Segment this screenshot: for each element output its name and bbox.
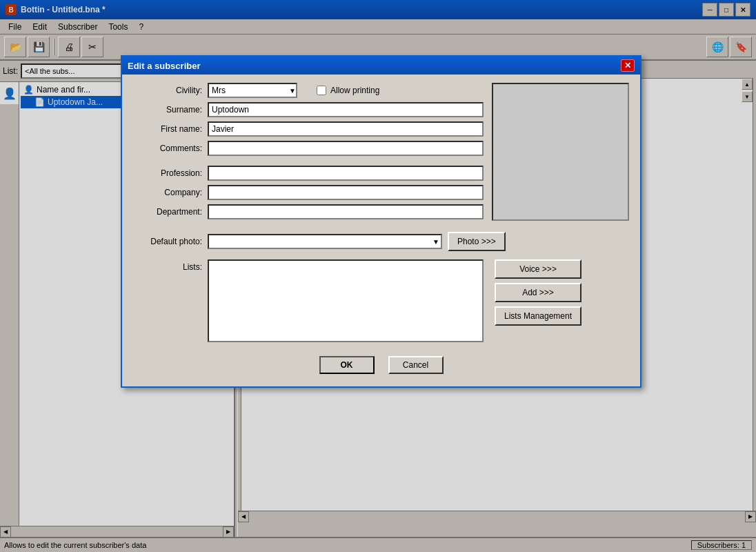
company-label: Company:	[133, 188, 202, 197]
default-photo-row: Default photo: ▼ Photo >>>	[133, 232, 629, 251]
surname-input[interactable]	[208, 102, 484, 117]
civility-select[interactable]: Mrs Mr Miss Dr	[208, 83, 297, 98]
ok-button[interactable]: OK	[319, 356, 375, 374]
cancel-button[interactable]: Cancel	[388, 356, 444, 374]
department-input[interactable]	[208, 204, 484, 219]
profession-input[interactable]	[208, 166, 484, 181]
profession-row: Profession:	[133, 166, 484, 181]
company-row: Company:	[133, 185, 484, 200]
add-button[interactable]: Add >>>	[495, 283, 581, 302]
lists-management-button[interactable]: Lists Management	[495, 306, 581, 326]
allow-printing-row: Allow printing	[317, 86, 379, 95]
comments-row: Comments:	[133, 141, 484, 156]
default-photo-label: Default photo:	[133, 237, 202, 246]
voice-button[interactable]: Voice >>>	[495, 259, 581, 279]
dialog-body: Civility: Mrs Mr Miss Dr ▼	[122, 75, 640, 386]
firstname-row: First name:	[133, 121, 484, 137]
window-frame: B Bottin - Untitled.bna * ─ □ ✕ File Edi…	[0, 0, 756, 552]
photo-area	[492, 83, 629, 221]
dialog-edit-subscriber: Edit a subscriber ✕ Civility: Mrs	[121, 55, 641, 388]
lists-label: Lists:	[133, 262, 202, 272]
comments-label: Comments:	[133, 144, 202, 153]
photo-button[interactable]: Photo >>>	[448, 232, 506, 251]
comments-input[interactable]	[208, 141, 484, 156]
surname-row: Surname:	[133, 102, 484, 117]
civility-label: Civility:	[133, 86, 202, 95]
default-photo-select[interactable]	[208, 234, 442, 249]
allow-printing-label: Allow printing	[330, 86, 379, 95]
allow-printing-checkbox[interactable]	[317, 86, 326, 95]
lists-row: Lists: Voice >>> Add >>> Lists Managemen…	[133, 259, 629, 342]
lists-textarea[interactable]	[208, 259, 484, 342]
firstname-input[interactable]	[208, 121, 484, 137]
company-input[interactable]	[208, 185, 484, 200]
department-row: Department:	[133, 204, 484, 219]
dialog-buttons: OK Cancel	[133, 348, 629, 378]
dialog-close-button[interactable]: ✕	[621, 59, 635, 72]
dialog-title-bar: Edit a subscriber ✕	[122, 57, 640, 75]
profession-label: Profession:	[133, 168, 202, 178]
department-label: Department:	[133, 207, 202, 217]
firstname-label: First name:	[133, 124, 202, 134]
dialog-title: Edit a subscriber	[128, 61, 200, 71]
surname-label: Surname:	[133, 105, 202, 115]
civility-row: Civility: Mrs Mr Miss Dr ▼	[133, 83, 484, 98]
modal-overlay: Edit a subscriber ✕ Civility: Mrs	[0, 0, 756, 552]
